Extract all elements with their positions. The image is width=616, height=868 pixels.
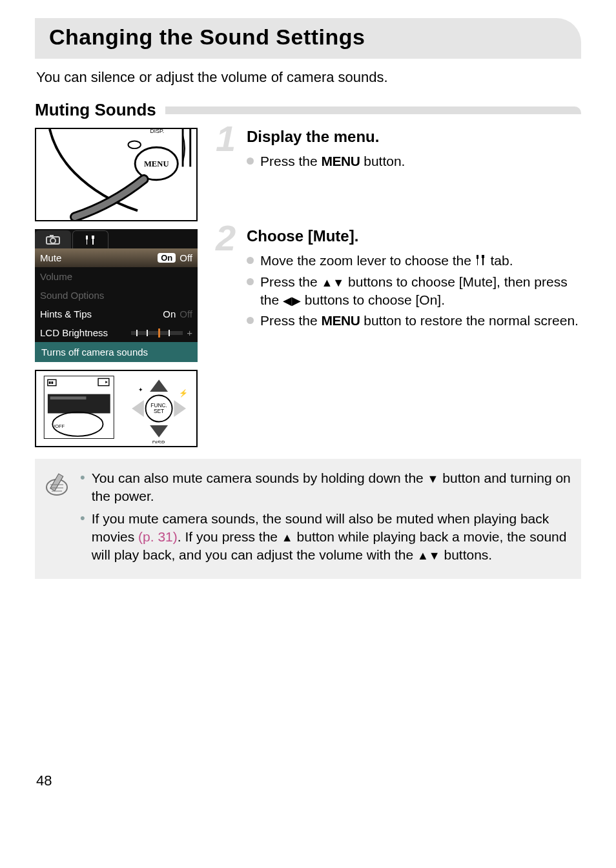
svg-rect-13	[92, 239, 94, 245]
menu-icon: MENU	[322, 154, 360, 168]
illustration-dpad: /OFF FUNC. SET DISP. ✦ ⚡	[35, 370, 198, 447]
svg-rect-33	[482, 258, 484, 265]
svg-rect-21	[50, 396, 87, 399]
svg-rect-35	[50, 474, 63, 491]
lcd-footer: Turns off camera sounds	[35, 342, 198, 362]
page-ref-link[interactable]: (p. 31)	[138, 529, 178, 544]
lcd-tab-tools	[72, 230, 108, 248]
step-number-1: 1	[216, 117, 236, 159]
pencil-note-icon	[44, 472, 70, 569]
up-down-icon: ▲▼	[322, 276, 345, 289]
svg-text:⚡: ⚡	[179, 389, 188, 398]
note-item-1: • You can also mute camera sounds by hol…	[80, 469, 572, 506]
intro-text: You can silence or adjust the volume of …	[36, 69, 580, 86]
lcd-row-sound-options: Sound Options	[35, 286, 198, 305]
menu-icon: MENU	[322, 313, 360, 328]
note-item-2: • If you mute camera sounds, the sound w…	[80, 510, 572, 565]
svg-text:MENU: MENU	[144, 159, 169, 168]
lcd-row-lcd-brightness: LCD Brightness +	[35, 323, 198, 342]
lcd-row-hints-tips: Hints & Tips On Off	[35, 305, 198, 323]
illustration-menu-button: MENU DISP.	[35, 128, 198, 221]
tools-icon	[475, 254, 487, 267]
svg-rect-8	[50, 235, 54, 237]
step-2-title: Choose [Mute].	[247, 227, 581, 245]
svg-text:DISP.: DISP.	[150, 129, 165, 134]
step-1-bullet-1: Press the MENU button.	[247, 152, 581, 170]
step-2-bullet-3: Press the MENU button to restore the nor…	[247, 312, 581, 330]
lcd-row-mute: Mute On Off	[35, 248, 198, 267]
step-1-title: Display the menu.	[247, 128, 581, 146]
step-2-bullet-1: Move the zoom lever to choose the tab.	[247, 252, 581, 270]
svg-point-9	[50, 238, 56, 243]
left-right-icon: ◀▶	[283, 294, 301, 307]
step-2-bullet-2: Press the ▲▼ buttons to choose [Mute], t…	[247, 273, 581, 310]
note-box: • You can also mute camera sounds by hol…	[35, 459, 581, 579]
page-number: 48	[35, 772, 581, 789]
svg-rect-17	[51, 381, 53, 384]
lcd-menu: Mute On Off Volume Sound Options Hints &…	[35, 229, 198, 362]
section-rule	[165, 106, 581, 114]
svg-rect-30	[477, 255, 478, 259]
svg-rect-10	[86, 236, 88, 239]
svg-rect-16	[49, 381, 51, 384]
up-icon: ▲	[282, 531, 293, 544]
page-title: Changing the Sound Settings	[49, 25, 567, 50]
svg-text:✦: ✦	[138, 387, 143, 393]
svg-rect-12	[92, 236, 94, 239]
step-number-2: 2	[216, 217, 236, 259]
svg-text:DISP.: DISP.	[152, 439, 166, 443]
svg-rect-31	[477, 259, 478, 265]
lcd-row-volume: Volume	[35, 267, 198, 286]
svg-marker-19	[105, 381, 108, 383]
svg-text:/OFF: /OFF	[54, 423, 65, 429]
up-down-icon: ▲▼	[417, 549, 440, 562]
svg-rect-11	[87, 239, 87, 245]
svg-point-3	[128, 141, 140, 148]
section-title: Muting Sounds	[35, 100, 156, 120]
lcd-tab-camera	[35, 230, 71, 248]
down-icon: ▼	[427, 472, 439, 485]
svg-text:SET: SET	[154, 408, 164, 414]
svg-rect-32	[482, 255, 484, 258]
